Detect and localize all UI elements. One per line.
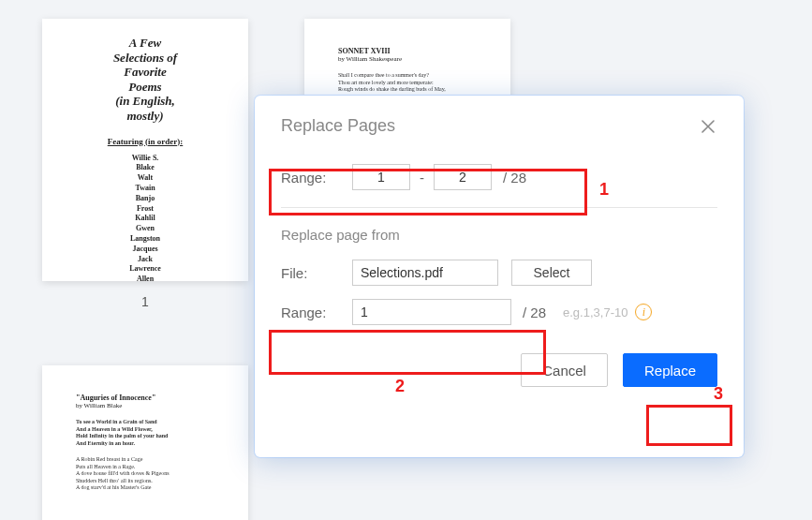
file-row: File: Select xyxy=(281,260,717,286)
replace-button[interactable]: Replace xyxy=(623,353,717,387)
close-icon[interactable] xyxy=(699,117,717,136)
range-label: Range: xyxy=(281,170,352,186)
range2-total: / 28 xyxy=(523,305,546,320)
range-to-input[interactable] xyxy=(434,164,492,190)
page-thumb-3[interactable]: "Auguries of Innocence" by William Blake… xyxy=(42,365,248,520)
author-list: Willie S. Blake Walt Twain Banjo Frost K… xyxy=(65,154,226,281)
poem-stanza-1: To see a World in a Grain of Sand And a … xyxy=(76,419,214,447)
divider xyxy=(281,207,717,208)
dialog-title: Replace Pages xyxy=(281,116,395,136)
doc-title: A Few Selections of Favorite Poems (in E… xyxy=(65,36,226,124)
range-dash: - xyxy=(420,170,424,186)
file-label: File: xyxy=(281,265,352,281)
destination-range-row: Range: - / 28 xyxy=(281,164,717,190)
source-range-input[interactable] xyxy=(352,299,511,325)
poem-author-3: by William Blake xyxy=(76,402,214,409)
source-range-row: Range: / 28 e.g.1,3,7-10 i xyxy=(281,299,717,325)
page-number-1: 1 xyxy=(141,294,149,309)
thumb-wrap-1[interactable]: A Few Selections of Favorite Poems (in E… xyxy=(42,19,248,309)
page-thumb-1[interactable]: A Few Selections of Favorite Poems (in E… xyxy=(42,19,248,281)
poem-title: SONNET XVIII xyxy=(338,47,477,55)
thumb-wrap-3[interactable]: "Auguries of Innocence" by William Blake… xyxy=(42,365,248,520)
replace-pages-dialog: Replace Pages Range: - / 28 Replace page… xyxy=(255,96,744,457)
poem-title-3: "Auguries of Innocence" xyxy=(76,394,214,402)
info-icon[interactable]: i xyxy=(635,304,652,320)
poem-stanza-2: A Robin Red breast in a Cage Puts all He… xyxy=(76,456,214,492)
file-input[interactable] xyxy=(352,260,498,286)
cancel-button[interactable]: Cancel xyxy=(521,353,608,387)
featuring-heading: Featuring (in order): xyxy=(65,137,226,146)
range-from-input[interactable] xyxy=(352,164,410,190)
poem-author: by William Shakespeare xyxy=(338,55,477,63)
range-total: / 28 xyxy=(503,170,526,186)
replace-from-title: Replace page from xyxy=(281,227,717,243)
select-file-button[interactable]: Select xyxy=(511,260,592,286)
range2-label: Range: xyxy=(281,305,352,320)
range-hint: e.g.1,3,7-10 xyxy=(563,305,627,319)
